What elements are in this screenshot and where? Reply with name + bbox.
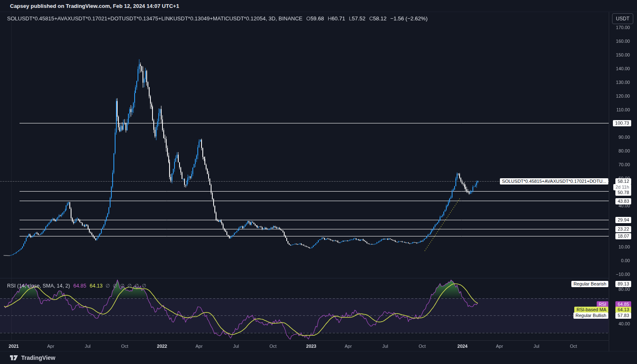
ohlc-value: 60.71 (332, 15, 345, 22)
price-scale-label: 90.00 (618, 135, 630, 140)
level-label-29-94: 29.94 (615, 217, 631, 223)
time-axis-label: Jul (233, 344, 239, 349)
time-axis-label: 2024 (457, 344, 467, 349)
price-scale-label: 170.00 (616, 25, 630, 30)
time-axis-label: Oct (570, 344, 577, 349)
price-scale-label: 130.00 (616, 80, 630, 85)
empty-set-icon: ∅ (142, 283, 146, 289)
level-label-50-78: 50.78 (615, 189, 631, 196)
currency-unit-button[interactable]: USDT (612, 13, 633, 24)
price-scale-label: 80.00 (618, 148, 630, 153)
ohlc-letter: L (349, 15, 352, 22)
time-axis-label: Apr (344, 344, 352, 349)
rsi-ma-value-label: 64.13 (615, 307, 631, 313)
empty-set-icon: ∅ (127, 283, 131, 289)
time-axis-label: 2023 (306, 344, 316, 349)
rsi-empty-inputs: ∅∅∅∅∅∅ (103, 283, 146, 289)
price-scale-label: 70.00 (618, 162, 630, 167)
rsi-indicator-title: RSI (14, close, SMA, 14, 2) (7, 283, 70, 289)
symbol-title: SOLUSDT*0.45815+AVAXUSDT*0.17021+DOTUSDT… (7, 15, 303, 22)
price-scale-label: 0.00 (621, 258, 630, 263)
time-axis[interactable]: 2021AprJulOct2022AprJulOct2023AprJulOct2… (0, 340, 609, 352)
time-axis-label: Apr (496, 344, 503, 349)
price-scale-label: 10.00 (618, 244, 630, 249)
rsi-legend: RSI (14, close, SMA, 14, 2)64.8564.13∅∅∅… (7, 283, 146, 289)
empty-set-icon: ∅ (106, 283, 110, 289)
price-scale-label: 150.00 (616, 52, 630, 57)
price-scale-label: 120.00 (616, 93, 630, 98)
price-scale-label: 80.00 (618, 287, 630, 292)
time-axis-label: 2022 (157, 344, 167, 349)
price-scale-label: 140.00 (616, 66, 630, 71)
level-label-23-22: 23.22 (615, 226, 631, 232)
rsi-current-value: 64.85 (73, 283, 86, 289)
time-axis-label: Jul (382, 344, 388, 349)
current-price-label: 58.12 (615, 178, 631, 184)
level-label-100-73: 100.73 (613, 120, 631, 126)
time-axis-label: 2021 (9, 344, 19, 349)
level-label-43-83: 43.83 (615, 198, 631, 204)
price-scale-label: 110.00 (616, 107, 630, 112)
time-axis-label: Oct (418, 344, 425, 349)
tradingview-logo-icon[interactable] (10, 355, 18, 361)
price-scale-label: −10.00 (616, 272, 630, 277)
ohlc-letter: O (306, 15, 310, 22)
footer-bar: TradingView (0, 351, 637, 364)
level-label-18-07: 18.07 (615, 233, 631, 239)
regular-bearish-value-label: 89.13 (615, 281, 631, 287)
time-axis-label: Oct (121, 344, 128, 349)
ohlc-value: 58.12 (373, 15, 387, 22)
publish-bar: Capsey published on TradingView.com, Feb… (0, 0, 637, 12)
ohlc-values: O59.68H60.71L57.52C58.12 (303, 15, 386, 22)
ohlc-value: 57.52 (352, 15, 366, 22)
empty-set-icon: ∅ (113, 283, 117, 289)
rsi-ma-current-value: 64.13 (90, 283, 103, 289)
price-axis[interactable]: USDT 170.00160.00150.00140.00130.00120.0… (609, 12, 637, 352)
time-axis-label: Jul (534, 344, 539, 349)
publish-text: Capsey published on TradingView.com, Feb… (10, 3, 179, 9)
price-scale-label: 40.00 (618, 321, 630, 326)
empty-set-icon: ∅ (120, 283, 124, 289)
time-axis-label: Oct (269, 344, 276, 349)
price-scale-label: 160.00 (616, 39, 630, 44)
time-axis-label: Apr (47, 344, 54, 349)
change-value: −1.56 (−2.62%) (390, 15, 428, 22)
regular-bullish-value-label: 57.83 (615, 312, 631, 319)
ohlc-letter: C (369, 15, 373, 22)
ohlc-letter: H (328, 15, 332, 22)
empty-set-icon: ∅ (135, 283, 139, 289)
chart-legend: SOLUSDT*0.45815+AVAXUSDT*0.17021+DOTUSDT… (7, 15, 428, 22)
time-axis-label: Apr (195, 344, 202, 349)
time-axis-label: Jul (85, 344, 91, 349)
price-chart-canvas[interactable] (0, 12, 609, 340)
chart-container: SOLUSDT*0.45815+AVAXUSDT*0.17021+DOTUSDT… (0, 12, 637, 351)
tradingview-brand[interactable]: TradingView (21, 354, 55, 361)
ohlc-value: 59.68 (310, 15, 324, 22)
